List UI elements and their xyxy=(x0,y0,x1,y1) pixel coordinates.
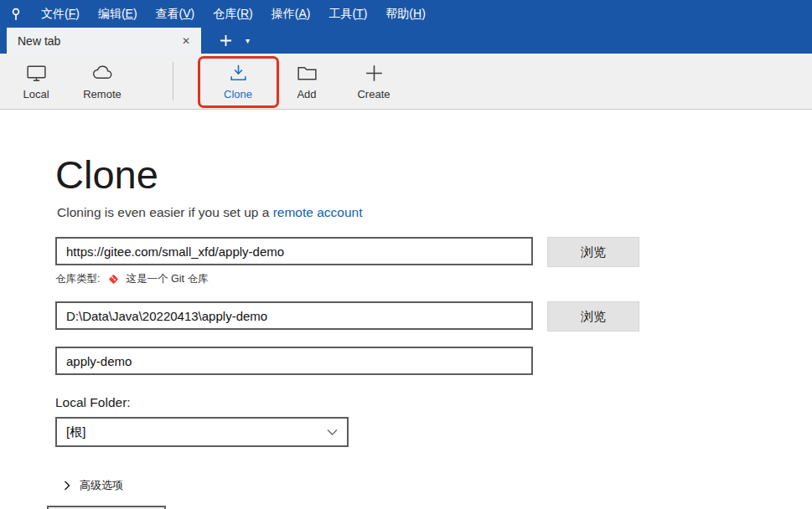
tab-list-caret-icon[interactable]: ▾ xyxy=(237,28,258,54)
menu-help[interactable]: 帮助(H) xyxy=(376,0,434,28)
plus-icon xyxy=(363,62,385,85)
create-label: Create xyxy=(357,88,390,100)
clone-download-icon xyxy=(227,62,250,85)
tab-bar: New tab ✕ ▾ xyxy=(0,28,812,54)
advanced-options-label: 高级选项 xyxy=(80,478,123,493)
browse-source-button[interactable]: 浏览 xyxy=(547,237,639,267)
page-title: Clone xyxy=(55,152,812,198)
bookmark-name-input[interactable] xyxy=(55,347,533,375)
clone-panel: Clone Cloning is even easier if you set … xyxy=(0,152,812,493)
app-logo-icon xyxy=(0,7,32,22)
local-folder-value: [根] xyxy=(66,424,85,440)
local-folder-dropdown[interactable]: [根] xyxy=(55,417,349,447)
toolbar: Local Remote Clone Add Create xyxy=(0,54,812,110)
name-row xyxy=(55,347,812,375)
folder-icon xyxy=(296,62,318,85)
clone-button[interactable]: Clone xyxy=(211,59,265,105)
tab-new-tab[interactable]: New tab ✕ xyxy=(7,28,201,54)
source-url-row: 浏览 xyxy=(55,237,812,267)
menu-repository[interactable]: 仓库(R) xyxy=(204,0,261,28)
menu-view[interactable]: 查看(V) xyxy=(147,0,204,28)
advanced-options-toggle[interactable]: 高级选项 xyxy=(64,478,812,493)
repo-type-value: 这是一个 Git 仓库 xyxy=(126,272,208,286)
source-url-input[interactable] xyxy=(55,237,533,265)
repo-type-label: 仓库类型: xyxy=(55,272,100,286)
tab-label: New tab xyxy=(18,34,60,48)
destination-row: 浏览 xyxy=(55,301,812,332)
local-label: Local xyxy=(23,88,49,100)
subtitle: Cloning is even easier if you set up a r… xyxy=(57,205,812,220)
menu-edit[interactable]: 编辑(E) xyxy=(89,0,147,28)
local-folder-label: Local Folder: xyxy=(55,395,812,410)
menu-bar: 文件(F) 编辑(E) 查看(V) 仓库(R) 操作(A) 工具(T) 帮助(H… xyxy=(0,0,812,28)
remote-account-link[interactable]: remote account xyxy=(273,205,363,219)
monitor-icon xyxy=(25,62,48,85)
cloud-icon xyxy=(91,62,114,85)
remote-button[interactable]: Remote xyxy=(75,59,129,105)
create-button[interactable]: Create xyxy=(349,59,399,105)
clone-label: Clone xyxy=(224,88,252,100)
plus-icon xyxy=(220,34,232,47)
git-icon xyxy=(107,273,120,285)
subtitle-text: Cloning is even easier if you set up a xyxy=(57,205,273,219)
add-button[interactable]: Add xyxy=(285,59,328,105)
destination-path-input[interactable] xyxy=(55,301,533,330)
menu-file[interactable]: 文件(F) xyxy=(32,0,89,28)
add-label: Add xyxy=(297,88,316,100)
chevron-right-icon xyxy=(64,481,70,491)
new-tab-button[interactable] xyxy=(215,28,237,54)
browse-destination-button[interactable]: 浏览 xyxy=(547,301,639,332)
clone-action-button-partial[interactable] xyxy=(47,506,166,509)
toolbar-separator xyxy=(173,62,173,100)
tab-close-icon[interactable]: ✕ xyxy=(179,35,193,47)
local-button[interactable]: Local xyxy=(12,59,60,105)
chevron-down-icon xyxy=(327,429,338,436)
remote-label: Remote xyxy=(83,88,122,100)
repo-type-row: 仓库类型: 这是一个 Git 仓库 xyxy=(55,272,812,286)
menu-actions[interactable]: 操作(A) xyxy=(262,0,320,28)
menu-tools[interactable]: 工具(T) xyxy=(319,0,376,28)
